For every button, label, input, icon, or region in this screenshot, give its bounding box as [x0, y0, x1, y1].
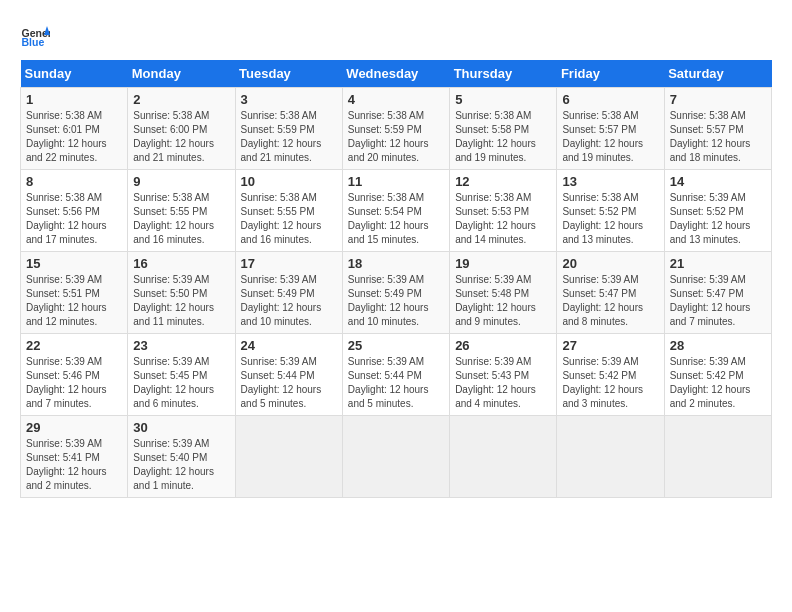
day-detail: Sunrise: 5:39 AM Sunset: 5:42 PM Dayligh…: [562, 355, 658, 411]
calendar-cell: 4Sunrise: 5:38 AM Sunset: 5:59 PM Daylig…: [342, 88, 449, 170]
calendar-cell: 29Sunrise: 5:39 AM Sunset: 5:41 PM Dayli…: [21, 416, 128, 498]
day-number: 18: [348, 256, 444, 271]
calendar-cell: [450, 416, 557, 498]
calendar-cell: 20Sunrise: 5:39 AM Sunset: 5:47 PM Dayli…: [557, 252, 664, 334]
day-detail: Sunrise: 5:39 AM Sunset: 5:41 PM Dayligh…: [26, 437, 122, 493]
calendar-cell: [557, 416, 664, 498]
day-detail: Sunrise: 5:39 AM Sunset: 5:47 PM Dayligh…: [670, 273, 766, 329]
day-detail: Sunrise: 5:38 AM Sunset: 5:53 PM Dayligh…: [455, 191, 551, 247]
day-detail: Sunrise: 5:38 AM Sunset: 5:59 PM Dayligh…: [241, 109, 337, 165]
day-detail: Sunrise: 5:38 AM Sunset: 5:55 PM Dayligh…: [133, 191, 229, 247]
calendar-cell: 22Sunrise: 5:39 AM Sunset: 5:46 PM Dayli…: [21, 334, 128, 416]
day-detail: Sunrise: 5:39 AM Sunset: 5:50 PM Dayligh…: [133, 273, 229, 329]
calendar-cell: 9Sunrise: 5:38 AM Sunset: 5:55 PM Daylig…: [128, 170, 235, 252]
day-number: 23: [133, 338, 229, 353]
day-number: 27: [562, 338, 658, 353]
day-detail: Sunrise: 5:38 AM Sunset: 5:52 PM Dayligh…: [562, 191, 658, 247]
day-number: 30: [133, 420, 229, 435]
calendar-cell: 2Sunrise: 5:38 AM Sunset: 6:00 PM Daylig…: [128, 88, 235, 170]
day-detail: Sunrise: 5:38 AM Sunset: 5:56 PM Dayligh…: [26, 191, 122, 247]
logo-icon: General Blue: [20, 20, 50, 50]
day-detail: Sunrise: 5:39 AM Sunset: 5:44 PM Dayligh…: [241, 355, 337, 411]
weekday-header-tuesday: Tuesday: [235, 60, 342, 88]
day-detail: Sunrise: 5:39 AM Sunset: 5:49 PM Dayligh…: [348, 273, 444, 329]
day-detail: Sunrise: 5:39 AM Sunset: 5:44 PM Dayligh…: [348, 355, 444, 411]
calendar-week-1: 1Sunrise: 5:38 AM Sunset: 6:01 PM Daylig…: [21, 88, 772, 170]
day-number: 16: [133, 256, 229, 271]
day-detail: Sunrise: 5:39 AM Sunset: 5:52 PM Dayligh…: [670, 191, 766, 247]
day-detail: Sunrise: 5:39 AM Sunset: 5:48 PM Dayligh…: [455, 273, 551, 329]
day-number: 28: [670, 338, 766, 353]
calendar-cell: 12Sunrise: 5:38 AM Sunset: 5:53 PM Dayli…: [450, 170, 557, 252]
day-number: 26: [455, 338, 551, 353]
calendar-cell: 25Sunrise: 5:39 AM Sunset: 5:44 PM Dayli…: [342, 334, 449, 416]
calendar-cell: [235, 416, 342, 498]
day-detail: Sunrise: 5:39 AM Sunset: 5:42 PM Dayligh…: [670, 355, 766, 411]
day-detail: Sunrise: 5:39 AM Sunset: 5:47 PM Dayligh…: [562, 273, 658, 329]
calendar-cell: 19Sunrise: 5:39 AM Sunset: 5:48 PM Dayli…: [450, 252, 557, 334]
day-number: 15: [26, 256, 122, 271]
day-detail: Sunrise: 5:39 AM Sunset: 5:40 PM Dayligh…: [133, 437, 229, 493]
weekday-header-wednesday: Wednesday: [342, 60, 449, 88]
day-number: 17: [241, 256, 337, 271]
weekday-header-sunday: Sunday: [21, 60, 128, 88]
day-number: 14: [670, 174, 766, 189]
weekday-header-saturday: Saturday: [664, 60, 771, 88]
day-number: 13: [562, 174, 658, 189]
calendar-cell: 11Sunrise: 5:38 AM Sunset: 5:54 PM Dayli…: [342, 170, 449, 252]
day-number: 5: [455, 92, 551, 107]
calendar-cell: 21Sunrise: 5:39 AM Sunset: 5:47 PM Dayli…: [664, 252, 771, 334]
day-number: 29: [26, 420, 122, 435]
day-number: 4: [348, 92, 444, 107]
calendar-week-4: 22Sunrise: 5:39 AM Sunset: 5:46 PM Dayli…: [21, 334, 772, 416]
day-detail: Sunrise: 5:39 AM Sunset: 5:45 PM Dayligh…: [133, 355, 229, 411]
day-detail: Sunrise: 5:38 AM Sunset: 5:57 PM Dayligh…: [670, 109, 766, 165]
calendar-cell: 10Sunrise: 5:38 AM Sunset: 5:55 PM Dayli…: [235, 170, 342, 252]
svg-text:Blue: Blue: [22, 36, 45, 48]
weekday-header-row: SundayMondayTuesdayWednesdayThursdayFrid…: [21, 60, 772, 88]
day-number: 11: [348, 174, 444, 189]
day-detail: Sunrise: 5:38 AM Sunset: 6:00 PM Dayligh…: [133, 109, 229, 165]
weekday-header-thursday: Thursday: [450, 60, 557, 88]
calendar-cell: 17Sunrise: 5:39 AM Sunset: 5:49 PM Dayli…: [235, 252, 342, 334]
weekday-header-monday: Monday: [128, 60, 235, 88]
day-detail: Sunrise: 5:39 AM Sunset: 5:49 PM Dayligh…: [241, 273, 337, 329]
day-number: 8: [26, 174, 122, 189]
day-detail: Sunrise: 5:38 AM Sunset: 6:01 PM Dayligh…: [26, 109, 122, 165]
day-number: 6: [562, 92, 658, 107]
day-detail: Sunrise: 5:38 AM Sunset: 5:55 PM Dayligh…: [241, 191, 337, 247]
day-number: 21: [670, 256, 766, 271]
day-number: 24: [241, 338, 337, 353]
calendar-cell: 8Sunrise: 5:38 AM Sunset: 5:56 PM Daylig…: [21, 170, 128, 252]
calendar-cell: 23Sunrise: 5:39 AM Sunset: 5:45 PM Dayli…: [128, 334, 235, 416]
calendar-week-3: 15Sunrise: 5:39 AM Sunset: 5:51 PM Dayli…: [21, 252, 772, 334]
day-detail: Sunrise: 5:39 AM Sunset: 5:46 PM Dayligh…: [26, 355, 122, 411]
day-number: 9: [133, 174, 229, 189]
calendar-cell: 6Sunrise: 5:38 AM Sunset: 5:57 PM Daylig…: [557, 88, 664, 170]
day-number: 3: [241, 92, 337, 107]
calendar-cell: 16Sunrise: 5:39 AM Sunset: 5:50 PM Dayli…: [128, 252, 235, 334]
calendar-cell: [342, 416, 449, 498]
day-number: 25: [348, 338, 444, 353]
calendar-cell: 1Sunrise: 5:38 AM Sunset: 6:01 PM Daylig…: [21, 88, 128, 170]
day-number: 20: [562, 256, 658, 271]
day-number: 10: [241, 174, 337, 189]
day-detail: Sunrise: 5:38 AM Sunset: 5:57 PM Dayligh…: [562, 109, 658, 165]
day-number: 22: [26, 338, 122, 353]
calendar-cell: 5Sunrise: 5:38 AM Sunset: 5:58 PM Daylig…: [450, 88, 557, 170]
day-detail: Sunrise: 5:39 AM Sunset: 5:43 PM Dayligh…: [455, 355, 551, 411]
day-detail: Sunrise: 5:38 AM Sunset: 5:58 PM Dayligh…: [455, 109, 551, 165]
day-number: 7: [670, 92, 766, 107]
day-detail: Sunrise: 5:38 AM Sunset: 5:54 PM Dayligh…: [348, 191, 444, 247]
page-header: General Blue: [20, 20, 772, 50]
day-detail: Sunrise: 5:39 AM Sunset: 5:51 PM Dayligh…: [26, 273, 122, 329]
day-number: 19: [455, 256, 551, 271]
calendar-cell: 3Sunrise: 5:38 AM Sunset: 5:59 PM Daylig…: [235, 88, 342, 170]
calendar-cell: 26Sunrise: 5:39 AM Sunset: 5:43 PM Dayli…: [450, 334, 557, 416]
calendar-week-2: 8Sunrise: 5:38 AM Sunset: 5:56 PM Daylig…: [21, 170, 772, 252]
day-number: 2: [133, 92, 229, 107]
day-number: 1: [26, 92, 122, 107]
day-detail: Sunrise: 5:38 AM Sunset: 5:59 PM Dayligh…: [348, 109, 444, 165]
calendar-cell: 30Sunrise: 5:39 AM Sunset: 5:40 PM Dayli…: [128, 416, 235, 498]
day-number: 12: [455, 174, 551, 189]
